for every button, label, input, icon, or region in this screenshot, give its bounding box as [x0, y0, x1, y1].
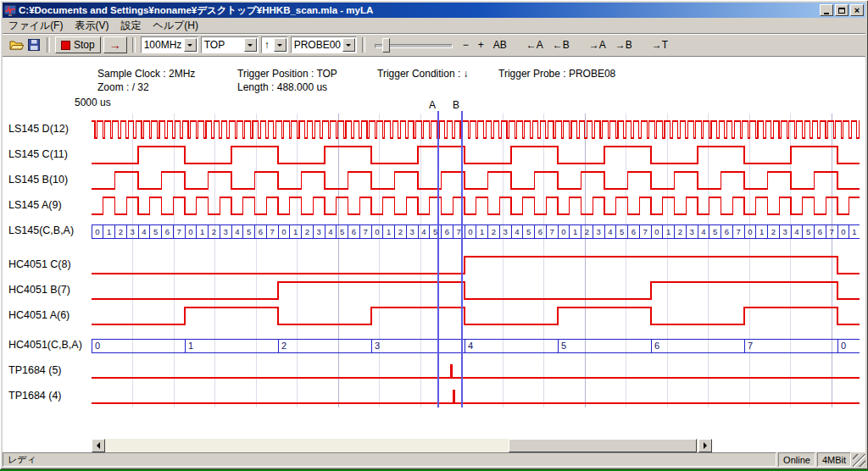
- chevron-down-icon[interactable]: [274, 38, 287, 52]
- bus-value: 7: [549, 227, 554, 236]
- trigger-probe-value: PROBE00: [292, 39, 342, 51]
- trigger-edge-select[interactable]: ↑: [261, 36, 288, 53]
- minimize-icon: [824, 13, 829, 14]
- bus-value: 0: [748, 227, 752, 236]
- pulse-mark: [453, 390, 455, 403]
- bus-value: 2: [398, 227, 403, 236]
- bus-value: 2: [492, 227, 496, 236]
- stop-button[interactable]: Stop: [55, 36, 101, 53]
- trigger-edge-value: ↑: [262, 39, 274, 51]
- slider-thumb[interactable]: [382, 38, 390, 53]
- bus-value: 7: [643, 227, 647, 236]
- waveform-panel: Sample Clock : 2MHz Trigger Position : T…: [3, 56, 865, 452]
- bus-value: 1: [666, 227, 670, 236]
- bus-value: 5: [713, 227, 717, 236]
- bus-value: 1: [573, 227, 577, 236]
- bus-value: 1: [387, 227, 391, 236]
- cursor-a-label: A: [429, 99, 436, 111]
- goto-a-right-button[interactable]: →A: [586, 38, 609, 52]
- save-button[interactable]: [26, 38, 42, 52]
- status-memory: 4MBit: [817, 452, 851, 467]
- bus-value: 2: [771, 227, 776, 236]
- zoom-in-button[interactable]: +: [475, 38, 487, 52]
- scroll-right-button[interactable]: [698, 439, 712, 452]
- zoom-out-button[interactable]: −: [459, 38, 472, 52]
- bus-value: 7: [270, 227, 274, 236]
- menu-bar: ファイル(F) 表示(V) 設定 ヘルプ(H): [3, 18, 865, 33]
- bus-value: 3: [130, 227, 134, 236]
- waveform-trace: [92, 121, 860, 138]
- bus-value: 2: [212, 227, 216, 236]
- bus-value: 1: [760, 227, 764, 236]
- run-button[interactable]: →: [103, 36, 127, 53]
- run-arrow-icon: →: [109, 40, 121, 50]
- bus-value: 7: [736, 227, 740, 236]
- bus-value: 0: [95, 227, 99, 236]
- app-window: C:¥Documents and Settings¥noname¥デスクトップ¥…: [0, 0, 868, 469]
- minimize-button[interactable]: [820, 4, 833, 16]
- menu-file[interactable]: ファイル(F): [3, 18, 69, 34]
- chevron-glyph: [277, 44, 282, 49]
- bus-value: 0: [841, 341, 846, 351]
- bus-value: 4: [794, 227, 798, 236]
- bus-value: 1: [107, 227, 111, 236]
- waveform-svg: 0123456701234567012345670123456701234567…: [3, 57, 865, 452]
- bus-value: 5: [526, 227, 531, 236]
- title-bar[interactable]: C:¥Documents and Settings¥noname¥デスクトップ¥…: [3, 3, 865, 18]
- bus-value: 7: [176, 227, 181, 236]
- bus-value: 0: [654, 227, 659, 236]
- goto-b-right-button[interactable]: →B: [612, 38, 636, 52]
- menu-settings[interactable]: 設定: [114, 18, 147, 34]
- close-icon: ×: [854, 6, 860, 14]
- status-ready: レディ: [3, 452, 776, 467]
- stop-label: Stop: [74, 39, 95, 51]
- menu-view[interactable]: 表示(V): [69, 18, 114, 34]
- bus-value: 7: [363, 227, 367, 236]
- close-button[interactable]: ×: [850, 4, 864, 16]
- chevron-down-icon[interactable]: [184, 38, 197, 52]
- chevron-down-icon[interactable]: [342, 38, 355, 52]
- chevron-down-icon[interactable]: [244, 38, 257, 52]
- status-bar: レディ Online 4MBit: [3, 452, 865, 467]
- bus-value: 3: [596, 227, 600, 236]
- cursor-b-label: B: [453, 99, 459, 111]
- goto-trigger-button[interactable]: →T: [648, 38, 671, 52]
- goto-b-left-button[interactable]: ←B: [549, 38, 573, 52]
- bus-value: 4: [608, 227, 612, 236]
- bus-value: 6: [654, 341, 659, 351]
- trigger-position-select[interactable]: TOP: [201, 36, 259, 53]
- menu-help[interactable]: ヘルプ(H): [147, 18, 204, 34]
- trigger-position-value: TOP: [202, 39, 244, 51]
- bus-value: 1: [200, 227, 204, 236]
- waveform-trace: [92, 147, 860, 163]
- bus-value: 4: [468, 341, 473, 351]
- open-button[interactable]: [8, 38, 24, 52]
- bus-value: 3: [409, 227, 414, 236]
- bus-value: 5: [153, 227, 158, 236]
- bus-value: 4: [701, 227, 705, 236]
- horizontal-scrollbar[interactable]: [92, 439, 712, 452]
- toolbar-separator: [47, 37, 50, 53]
- toolbar: Stop → 100MHz TOP ↑ PROBE00 − + AB: [3, 33, 865, 56]
- bus-value: 0: [561, 227, 565, 236]
- scroll-left-button[interactable]: [92, 439, 105, 452]
- goto-a-left-button[interactable]: ←A: [523, 38, 547, 52]
- scrollbar-thumb[interactable]: [509, 439, 697, 452]
- bus-value: 5: [340, 227, 344, 236]
- resize-grip[interactable]: [853, 454, 865, 467]
- bus-value: 6: [445, 227, 449, 236]
- sample-clock-select[interactable]: 100MHz: [141, 36, 198, 53]
- maximize-button[interactable]: [835, 4, 849, 16]
- bus-value: 0: [375, 227, 379, 236]
- ab-cursors-button[interactable]: AB: [490, 38, 510, 52]
- zoom-slider[interactable]: [375, 37, 453, 53]
- bus-value: 2: [281, 341, 287, 351]
- bus-value: 3: [689, 227, 693, 236]
- bus-value: 3: [223, 227, 227, 236]
- bus-value: 4: [421, 227, 426, 236]
- bus-value: 4: [235, 227, 239, 236]
- bus-value: 0: [468, 227, 472, 236]
- bus-value: 6: [538, 227, 542, 236]
- chevron-glyph: [187, 44, 192, 49]
- trigger-probe-select[interactable]: PROBE00: [291, 36, 357, 53]
